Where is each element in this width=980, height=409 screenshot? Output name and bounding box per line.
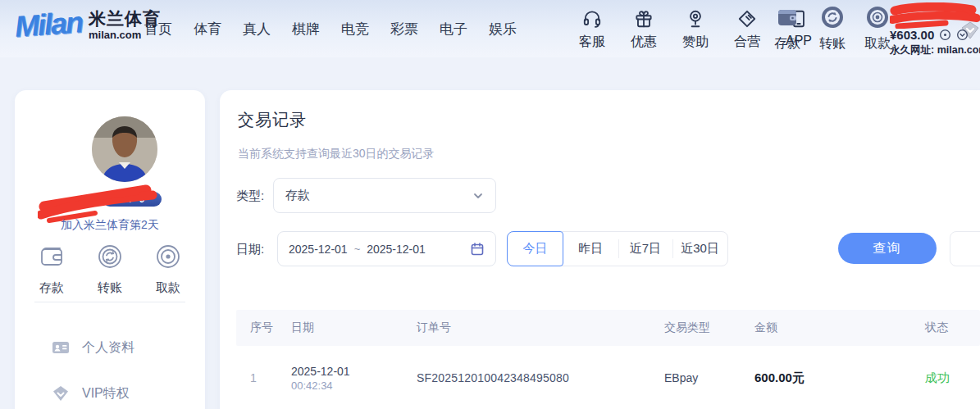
nav-item-home[interactable]: 首页	[144, 20, 172, 39]
transaction-records-panel: 交易记录 当前系统支持查询最近30日的交易记录 类型: 存款 日期: 2025-…	[220, 90, 980, 409]
deposit-link[interactable]: 存款	[769, 5, 805, 52]
range-today-button[interactable]: 今日	[507, 231, 563, 266]
range-7days-button[interactable]: 近7日	[618, 232, 673, 266]
range-yesterday-button[interactable]: 昨日	[563, 232, 618, 266]
reset-button-cropped[interactable]	[950, 231, 980, 266]
header-wallet-links: 存款 转账	[769, 5, 896, 52]
withdraw-icon	[865, 5, 890, 33]
partner-label: 合营	[734, 34, 760, 51]
col-header-order: 订单号	[417, 320, 664, 335]
table-row: 1 2025-12-01 00:42:34 SF2025120100423484…	[236, 346, 980, 409]
sidebar-withdraw-action[interactable]: 取款	[154, 243, 182, 296]
transfer-label: 转账	[819, 35, 846, 52]
transactions-table: 序号 日期 订单号 交易类型 金额 状态 1 2025-12-01 00:42:…	[236, 310, 980, 409]
date-filter-label: 日期:	[236, 242, 264, 257]
refresh-balance-icon[interactable]	[956, 29, 969, 41]
sidebar-divider	[34, 302, 185, 302]
transfer-icon	[820, 5, 845, 33]
query-button[interactable]: 查询	[838, 233, 937, 264]
nav-item-entertainment[interactable]: 娱乐	[489, 20, 517, 39]
vip-row: VIP 0	[15, 190, 205, 211]
sidebar-quick-actions: 存款 转账 取款	[15, 243, 205, 296]
permanent-url-text: 永久网址: milan.com	[890, 43, 980, 57]
withdraw-outline-icon	[154, 243, 182, 274]
cell-date: 2025-12-01 00:42:34	[291, 364, 417, 393]
id-card-icon	[51, 338, 71, 357]
sidebar-item-profile[interactable]: 个人资料	[15, 325, 205, 370]
withdraw-label: 取款	[864, 35, 891, 52]
trophy-icon	[685, 7, 706, 31]
redacted-username-scribble-sidebar	[38, 180, 161, 223]
cell-transaction-type: EBpay	[664, 371, 754, 384]
transfer-link[interactable]: 转账	[814, 5, 850, 52]
wallet-outline-icon	[38, 243, 66, 274]
cell-status: 成功	[925, 370, 980, 386]
user-avatar[interactable]	[92, 116, 157, 182]
range-30days-button[interactable]: 近30日	[672, 232, 727, 266]
site-logo[interactable]: Milan 米兰体育 milan.com	[15, 7, 161, 42]
calendar-icon	[470, 242, 485, 257]
nav-item-chess[interactable]: 棋牌	[292, 20, 320, 39]
main-nav: 首页 体育 真人 棋牌 电竞 彩票 电子 娱乐	[144, 0, 517, 57]
gift-icon	[633, 7, 654, 31]
promo-label: 优惠	[631, 34, 657, 51]
deposit-label: 存款	[774, 35, 800, 52]
service-link[interactable]: 客服	[574, 7, 610, 51]
diamond-icon	[51, 384, 71, 403]
headset-icon	[581, 7, 603, 31]
cell-date-value: 2025-12-01	[291, 364, 412, 380]
balance-amount: ¥603.00	[890, 28, 934, 42]
quick-range-group: 今日 昨日 近7日 近30日	[507, 231, 728, 266]
sidebar-item-vip[interactable]: VIP特权	[15, 370, 205, 409]
cell-order-no: SF202512010042348495080	[417, 371, 664, 384]
col-header-amount: 金额	[754, 320, 925, 335]
sidebar-menu: 个人资料 VIP特权	[15, 325, 205, 409]
eye-icon[interactable]	[939, 29, 951, 41]
type-filter-label: 类型:	[236, 189, 264, 204]
col-header-index: 序号	[236, 320, 291, 335]
col-header-type: 交易类型	[664, 320, 754, 335]
table-header-row: 序号 日期 订单号 交易类型 金额 状态	[236, 310, 980, 346]
page-title: 交易记录	[238, 109, 307, 131]
sponsor-label: 赞助	[682, 34, 709, 51]
col-header-status: 状态	[925, 320, 980, 335]
cell-amount: 600.00元	[754, 370, 925, 386]
chevron-down-icon	[472, 190, 484, 202]
sidebar-profile-label: 个人资料	[82, 339, 134, 357]
date-end-value: 2025-12-01	[367, 243, 426, 256]
type-select-value: 存款	[285, 188, 472, 203]
top-header: Milan 米兰体育 milan.com 首页 体育 真人 棋牌 电竞 彩票 电…	[0, 0, 980, 57]
page-subtitle: 当前系统支持查询最近30日的交易记录	[238, 147, 435, 161]
sidebar-transfer-action[interactable]: 转账	[96, 243, 124, 296]
date-tilde: ~	[354, 243, 361, 255]
type-select[interactable]: 存款	[273, 178, 496, 213]
promo-link[interactable]: 优惠	[626, 7, 662, 51]
sidebar-vip-label: VIP特权	[82, 385, 130, 402]
partner-icon	[736, 7, 758, 31]
nav-item-esports[interactable]: 电竞	[341, 20, 369, 39]
date-range-input[interactable]: 2025-12-01 ~ 2025-12-01	[277, 231, 496, 266]
logo-script-text: Milan	[14, 5, 84, 44]
partner-link[interactable]: 合营	[729, 7, 765, 51]
nav-item-lottery[interactable]: 彩票	[390, 20, 418, 39]
profile-sidebar: VIP 0 加入米兰体育第2天 存款	[15, 90, 205, 409]
sponsor-link[interactable]: 赞助	[677, 7, 713, 51]
nav-item-slots[interactable]: 电子	[440, 20, 467, 39]
join-days-text: 加入米兰体育第2天	[15, 218, 205, 233]
transfer-outline-icon	[96, 243, 124, 274]
cell-index: 1	[236, 371, 291, 384]
sidebar-withdraw-label: 取款	[156, 280, 180, 296]
col-header-date: 日期	[291, 320, 417, 335]
cell-time-value: 00:42:34	[291, 379, 412, 392]
date-start-value: 2025-12-01	[289, 243, 348, 256]
service-label: 客服	[579, 34, 605, 51]
nav-item-sports[interactable]: 体育	[194, 20, 221, 39]
sidebar-transfer-label: 转账	[98, 280, 122, 296]
wallet-icon	[775, 5, 800, 33]
sidebar-deposit-action[interactable]: 存款	[38, 243, 66, 296]
nav-item-live[interactable]: 真人	[243, 20, 271, 39]
sidebar-deposit-label: 存款	[39, 280, 64, 296]
